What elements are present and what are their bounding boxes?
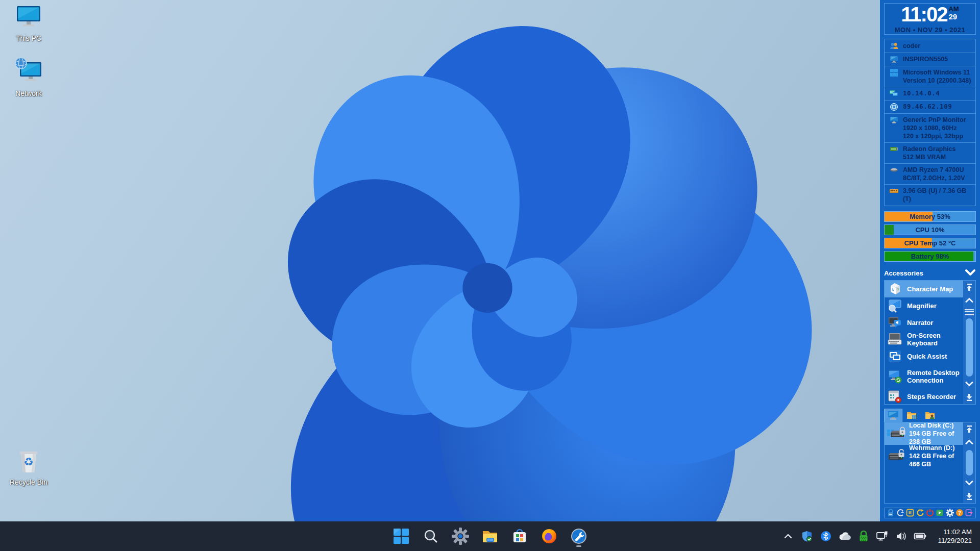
accessories-scrollbar <box>963 281 975 404</box>
recycle-bin-icon: ♻ <box>17 467 40 476</box>
display-connect-icon[interactable] <box>876 530 889 543</box>
quick-assist-icon <box>887 348 903 364</box>
desktop-icon-recycle-bin[interactable]: ♻ Recycle Bin <box>4 449 53 486</box>
pause-icon[interactable] <box>905 508 915 517</box>
sysinfo-row-monitor: Generic PnP Monitor 1920 x 1080, 60Hz 12… <box>885 113 975 142</box>
bluetooth-icon[interactable] <box>819 530 832 543</box>
hidden-icons-chevron-icon[interactable] <box>781 530 795 543</box>
cpu-temp-meter: CPU Temp 52 °C <box>884 238 976 248</box>
scroll-up-button[interactable] <box>963 294 975 307</box>
disk-unlocked-icon <box>887 448 906 464</box>
scroll-to-top-button[interactable] <box>963 422 975 436</box>
list-item-label: Narrator <box>907 319 933 327</box>
list-item-label: Remote Desktop Connection <box>907 369 963 384</box>
user-folder-tab[interactable] <box>921 409 939 422</box>
magnifier-icon <box>887 298 903 313</box>
battery-meter-label: Battery 98% <box>885 252 975 261</box>
desktop-icon-this-pc[interactable]: This PC <box>4 4 53 42</box>
sysinfo-text: 120 x 120ppi, 32bpp <box>903 132 966 140</box>
clock-widget[interactable]: 11:02 AM 29 MON • NOV 29 • 2021 <box>884 3 976 35</box>
drive-item-c[interactable]: Local Disk (C:) 194 GB Free of 238 GB <box>885 422 963 445</box>
sidebar-toolbar: ? <box>884 508 976 518</box>
security-shield-icon[interactable] <box>800 530 814 543</box>
taskbar-tray: 11:02 AM 11/29/2021 <box>781 521 975 551</box>
on-screen-keyboard-icon <box>887 332 903 347</box>
sysinfo-row-lan-ip: 10.14.0.4 <box>885 87 975 100</box>
list-item-steps-recorder[interactable]: Steps Recorder <box>885 388 963 404</box>
settings-app-button[interactable] <box>449 524 472 548</box>
computer-tab[interactable] <box>884 409 902 422</box>
scroll-down-button[interactable] <box>963 477 975 490</box>
character-map-icon: λ? <box>887 281 903 296</box>
lan-icon <box>889 89 899 98</box>
list-item-remote-desktop[interactable]: Remote Desktop Connection <box>885 365 963 388</box>
sign-out-icon[interactable] <box>896 508 905 517</box>
documents-folder-tab[interactable] <box>902 409 921 422</box>
sysinfo-row-cpu: AMD Ryzen 7 4700U 8C/8T, 2.0GHz, 1.20V <box>885 163 975 184</box>
local-disk-icon <box>887 426 906 441</box>
scroll-to-bottom-button[interactable] <box>963 391 975 404</box>
sysinfo-text: coder <box>903 42 920 50</box>
svg-text:λ: λ <box>892 287 894 292</box>
sysinfo-row-memory: 3.96 GB (U) / 7.36 GB (T) <box>885 184 975 205</box>
desktop-icon-label: Network <box>4 89 53 97</box>
list-item-label: Quick Assist <box>907 353 947 360</box>
screensaver-icon[interactable] <box>935 508 944 517</box>
battery-icon[interactable] <box>914 530 927 543</box>
sysinfo-text: AMD Ryzen 7 4700U <box>903 166 965 174</box>
scroll-track[interactable] <box>966 450 973 475</box>
memory-icon <box>889 187 899 195</box>
search-button[interactable] <box>420 524 442 548</box>
settings-gear-icon[interactable] <box>945 508 954 517</box>
restart-icon[interactable] <box>916 508 925 517</box>
firefox-button[interactable] <box>538 524 560 548</box>
chevron-down-icon[interactable] <box>965 269 976 278</box>
tray-clock[interactable]: 11:02 AM 11/29/2021 <box>935 526 975 546</box>
volume-icon[interactable] <box>895 530 908 543</box>
svg-text:?: ? <box>897 288 899 291</box>
scroll-up-button[interactable] <box>963 436 975 449</box>
clock-date: MON • NOV 29 • 2021 <box>895 26 966 34</box>
desktop-icon-network[interactable]: Network <box>4 57 53 97</box>
list-item-quick-assist[interactable]: Quick Assist <box>885 348 963 365</box>
cpu-meter: CPU 10% <box>884 224 976 235</box>
tools-app-button[interactable] <box>568 524 590 548</box>
sidebar-gadget: 11:02 AM 29 MON • NOV 29 • 2021 coder IN… <box>880 0 980 521</box>
exit-icon[interactable] <box>965 508 974 517</box>
svg-text:?: ? <box>958 510 961 516</box>
drive-item-d[interactable]: Wehrmann (D:) 142 GB Free of 466 GB <box>885 445 963 467</box>
scroll-handle[interactable] <box>965 307 974 317</box>
clock-meridiem: AM <box>948 6 959 12</box>
scroll-track[interactable] <box>966 318 973 377</box>
sysinfo-text: INSPIRON5505 <box>903 55 948 63</box>
drive-free-space: 142 GB Free of 466 GB <box>909 452 963 468</box>
list-item-narrator[interactable]: Narrator <box>885 314 963 331</box>
scroll-down-button[interactable] <box>963 378 975 391</box>
microsoft-store-button[interactable] <box>508 524 531 548</box>
memory-meter: Memory 53% <box>884 211 976 222</box>
sysinfo-text: 3.96 GB (U) / 7.36 GB (T) <box>903 187 972 203</box>
vpn-lock-icon[interactable] <box>857 530 870 543</box>
scroll-to-top-button[interactable] <box>963 281 975 294</box>
file-explorer-button[interactable] <box>479 524 501 548</box>
sysinfo-row-public-ip: 89.46.62.109 <box>885 100 975 113</box>
internet-icon <box>889 103 899 111</box>
list-item-on-screen-keyboard[interactable]: On-Screen Keyboard <box>885 331 963 348</box>
list-item-magnifier[interactable]: Magnifier <box>885 297 963 314</box>
power-icon[interactable] <box>925 508 935 517</box>
clock-seconds: 29 <box>948 13 959 20</box>
running-indicator <box>576 545 581 547</box>
users-icon <box>889 42 899 51</box>
scroll-to-bottom-button[interactable] <box>963 490 975 503</box>
clock-time: 11:02 <box>901 4 947 24</box>
onedrive-cloud-icon[interactable] <box>838 530 851 543</box>
start-button[interactable] <box>390 524 412 548</box>
remote-desktop-icon <box>887 369 903 384</box>
desktop-icon-label: Recycle Bin <box>4 478 53 486</box>
svg-text:♻: ♻ <box>23 456 34 468</box>
help-icon[interactable]: ? <box>955 508 964 517</box>
list-item-character-map[interactable]: λ? Character Map <box>885 281 963 297</box>
accessories-header[interactable]: Accessories <box>884 269 976 278</box>
drives-list: Local Disk (C:) 194 GB Free of 238 GB We… <box>884 422 976 504</box>
lock-icon[interactable] <box>886 508 895 517</box>
